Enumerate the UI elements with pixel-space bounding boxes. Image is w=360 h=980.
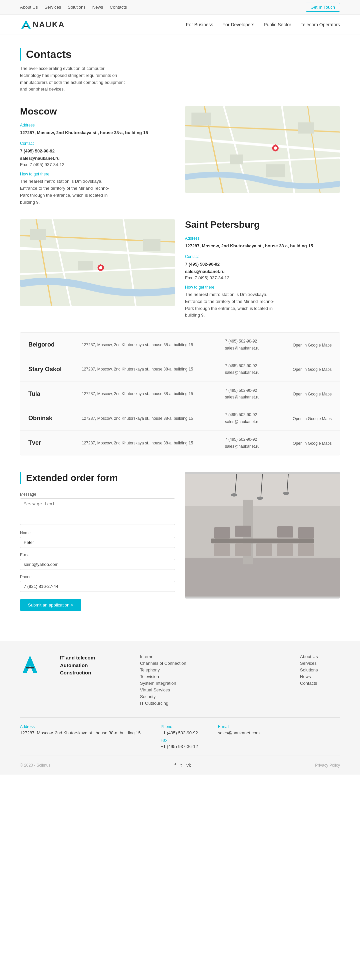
topbar-link-services[interactable]: Services bbox=[44, 5, 61, 10]
city-obninsk-map-link[interactable]: Open in Google Maps bbox=[293, 417, 332, 421]
social-twitter[interactable]: t bbox=[180, 763, 182, 768]
city-tver-map-link[interactable]: Open in Google Maps bbox=[293, 441, 332, 446]
nav-developers[interactable]: For Developers bbox=[222, 22, 254, 27]
city-staryoskol-address: 127287, Moscow, 2nd Khutorskaya st., hou… bbox=[82, 366, 225, 372]
footer-fax-label: Fax bbox=[161, 738, 198, 743]
form-phone-input[interactable] bbox=[20, 581, 175, 592]
submit-button[interactable]: Submit an application > bbox=[20, 599, 82, 611]
footer-link-news[interactable]: News bbox=[300, 674, 340, 679]
social-facebook[interactable]: f bbox=[174, 763, 176, 768]
form-message-group: Message bbox=[20, 492, 175, 526]
footer-logo bbox=[20, 654, 46, 707]
svg-point-29 bbox=[99, 266, 102, 269]
form-name-label: Name bbox=[20, 531, 175, 535]
footer-link-contacts[interactable]: Contacts bbox=[300, 681, 340, 686]
footer-phone-label: Phone bbox=[161, 724, 198, 729]
svg-rect-10 bbox=[191, 113, 211, 126]
spb-how-text: The nearest metro station is Dmitrovskay… bbox=[185, 291, 278, 319]
form-name-input[interactable] bbox=[20, 537, 175, 548]
nav-public-sector[interactable]: Public Sector bbox=[264, 22, 291, 27]
footer-brand-line3: Construction bbox=[60, 669, 126, 677]
svg-point-37 bbox=[283, 492, 290, 495]
main-nav: For Business For Developers Public Secto… bbox=[186, 22, 340, 27]
city-belgorod-address: 127287, Moscow, 2nd Khutorskaya st., hou… bbox=[82, 342, 225, 348]
footer-address-label: Address bbox=[20, 724, 141, 729]
logo-icon bbox=[20, 19, 32, 30]
svg-rect-13 bbox=[266, 164, 285, 177]
topbar-link-about[interactable]: About Us bbox=[20, 5, 38, 10]
city-tver-map: Open in Google Maps bbox=[285, 441, 332, 446]
get-in-touch-button[interactable]: Get In Touch bbox=[306, 3, 340, 12]
svg-marker-50 bbox=[23, 655, 37, 673]
footer-link-services[interactable]: Services bbox=[300, 661, 340, 666]
city-staryoskol-name: Stary Oskol bbox=[28, 366, 82, 373]
city-staryoskol-map-link[interactable]: Open in Google Maps bbox=[293, 367, 332, 372]
spb-city-name: Saint Petersburg bbox=[185, 220, 340, 230]
nav-telecom[interactable]: Telecom Operators bbox=[301, 22, 340, 27]
footer-link-system-integration[interactable]: System Integration bbox=[140, 681, 286, 686]
form-name-group: Name bbox=[20, 531, 175, 548]
city-belgorod-phone: 7 (495) 502-90-92 bbox=[225, 338, 285, 345]
city-tula-map-link[interactable]: Open in Google Maps bbox=[293, 392, 332, 396]
cities-table: Belgorod 127287, Moscow, 2nd Khutorskaya… bbox=[20, 332, 340, 455]
moscow-address: 127287, Moscow, 2nd Khutorskaya st., hou… bbox=[20, 129, 175, 137]
svg-point-35 bbox=[257, 497, 263, 500]
moscow-map bbox=[185, 106, 340, 193]
form-message-label: Message bbox=[20, 492, 175, 497]
topbar-link-contacts[interactable]: Contacts bbox=[110, 5, 126, 10]
footer-copyright: © 2020 - Sciimus bbox=[20, 763, 51, 768]
table-row: Tula 127287, Moscow, 2nd Khutorskaya st.… bbox=[20, 382, 340, 406]
footer-link-it-outsourcing[interactable]: IT Outsourcing bbox=[140, 701, 286, 706]
city-tula-email: sales@naukanet.ru bbox=[225, 394, 285, 401]
moscow-how-text: The nearest metro station is Dmitrovskay… bbox=[20, 178, 114, 206]
footer-email-value: sales@naukanet.com bbox=[218, 730, 260, 735]
table-row: Belgorod 127287, Moscow, 2nd Khutorskaya… bbox=[20, 332, 340, 357]
footer-phone-block: Phone +1 (495) 502-90-92 Fax +1 (495) 93… bbox=[161, 724, 198, 749]
footer-link-virtual-services[interactable]: Virtual Services bbox=[140, 687, 286, 692]
moscow-fax: Fax: 7 (495) 937-34-12 bbox=[20, 162, 175, 167]
city-tver-phone: 7 (495) 502-90-92 bbox=[225, 436, 285, 443]
footer-link-security[interactable]: Security bbox=[140, 694, 286, 699]
spb-email: sales@naukanet.ru bbox=[185, 268, 340, 275]
city-tver-name: Tver bbox=[28, 439, 82, 446]
spb-address-label: Address bbox=[185, 236, 340, 241]
topbar-link-solutions[interactable]: Solutions bbox=[68, 5, 85, 10]
privacy-policy-link[interactable]: Privacy Policy bbox=[315, 763, 340, 768]
city-tula-contact: 7 (495) 502-90-92 sales@naukanet.ru bbox=[225, 387, 285, 401]
city-tver-contact: 7 (495) 502-90-92 sales@naukanet.ru bbox=[225, 436, 285, 450]
form-title: Extended order form bbox=[20, 472, 175, 484]
moscow-city-name: Moscow bbox=[20, 106, 175, 117]
footer-link-about[interactable]: About Us bbox=[300, 654, 340, 659]
city-obninsk-phone: 7 (495) 502-90-92 bbox=[225, 412, 285, 418]
form-message-textarea[interactable] bbox=[20, 498, 175, 525]
footer-bottom-info: Address 127287, Moscow, 2nd Khutorskaya … bbox=[20, 724, 340, 749]
city-obninsk-address: 127287, Moscow, 2nd Khutorskaya st., hou… bbox=[82, 415, 225, 422]
footer-link-telephony[interactable]: Telephony bbox=[140, 667, 286, 673]
form-email-input[interactable] bbox=[20, 559, 175, 570]
social-vk[interactable]: vk bbox=[186, 763, 191, 768]
svg-rect-25 bbox=[78, 261, 93, 270]
svg-rect-48 bbox=[277, 526, 293, 538]
footer-link-internet[interactable]: Internet bbox=[140, 654, 286, 659]
city-belgorod-map-link[interactable]: Open in Google Maps bbox=[293, 343, 332, 348]
city-belgorod-map: Open in Google Maps bbox=[285, 342, 332, 348]
footer-link-channels[interactable]: Channels of Connection bbox=[140, 661, 286, 666]
table-row: Obninsk 127287, Moscow, 2nd Khutorskaya … bbox=[20, 406, 340, 431]
nav-business[interactable]: For Business bbox=[186, 22, 213, 27]
footer-link-television[interactable]: Television bbox=[140, 674, 286, 679]
spb-block: Saint Petersburg Address 127287, Moscow,… bbox=[20, 220, 340, 319]
city-tula-name: Tula bbox=[28, 390, 82, 398]
svg-rect-46 bbox=[214, 527, 230, 539]
svg-rect-44 bbox=[277, 543, 293, 556]
footer-bottom: © 2020 - Sciimus f t vk Privacy Policy bbox=[20, 763, 340, 768]
form-side: Extended order form Message Name E-mail … bbox=[20, 472, 175, 611]
city-tula-map: Open in Google Maps bbox=[285, 391, 332, 396]
footer-brand: IT and telecom Automation Construction bbox=[60, 654, 126, 707]
footer-address-block: Address 127287, Moscow, 2nd Khutorskaya … bbox=[20, 724, 141, 749]
logo[interactable]: NAUKA bbox=[20, 19, 65, 30]
topbar-link-news[interactable]: News bbox=[92, 5, 103, 10]
footer-email-block: E-mail sales@naukanet.com bbox=[218, 724, 260, 749]
spb-map-svg bbox=[20, 220, 175, 306]
svg-rect-49 bbox=[298, 527, 314, 539]
footer-link-solutions[interactable]: Solutions bbox=[300, 667, 340, 673]
